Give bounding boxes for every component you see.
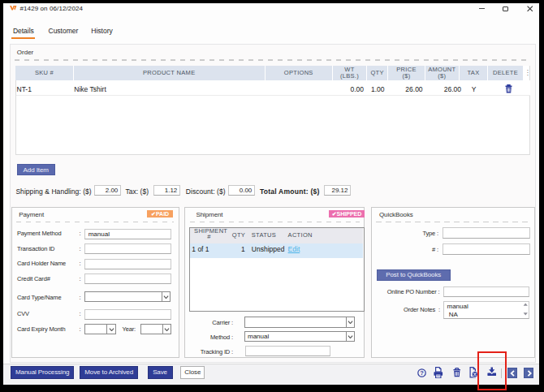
svg-text:?: ? [420,369,424,377]
